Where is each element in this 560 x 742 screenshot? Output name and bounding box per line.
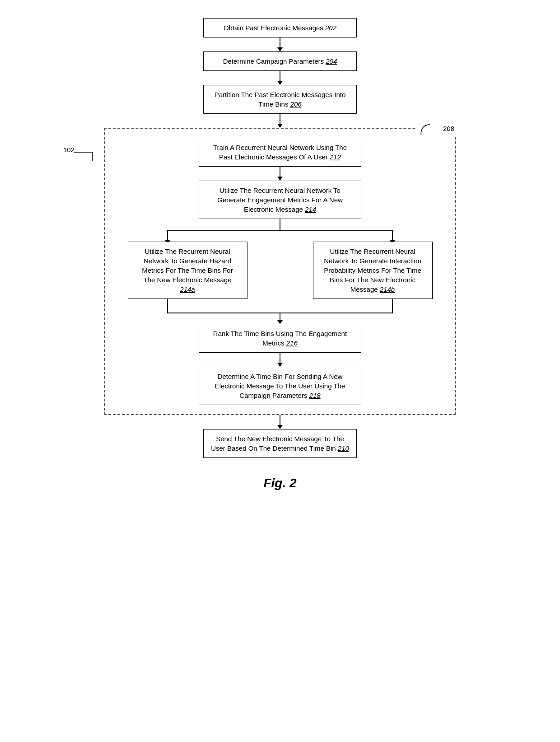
arrowhead: [277, 47, 283, 51]
node-214b: Utilize The Recurrent Neural Network To …: [313, 242, 433, 299]
vline: [280, 415, 280, 425]
node-210-text: Send The New Electronic Message To The U…: [211, 435, 349, 452]
node-202: Obtain Past Electronic Messages 202: [203, 18, 357, 37]
vline: [280, 353, 280, 363]
split-connector-area: [122, 219, 438, 242]
node-206-step: 206: [290, 100, 302, 108]
arrow-204-206: [277, 71, 283, 85]
node-206: Partition The Past Electronic Messages I…: [203, 85, 357, 114]
node-212-step: 212: [330, 153, 341, 161]
vline: [280, 71, 280, 81]
node-214b-step: 214b: [380, 285, 395, 293]
arrowhead: [277, 81, 283, 85]
branch-214b: Utilize The Recurrent Neural Network To …: [307, 242, 438, 299]
node-218-step: 218: [309, 392, 321, 399]
merge-connector-area: [122, 299, 438, 324]
node-202-step: 202: [325, 24, 336, 32]
node-214b-text: Utilize The Recurrent Neural Network To …: [324, 247, 421, 293]
node-212-text: Train A Recurrent Neural Network Using T…: [213, 144, 347, 161]
vline: [280, 167, 280, 177]
vline: [280, 114, 280, 124]
arrowhead: [277, 124, 283, 128]
node-212: Train A Recurrent Neural Network Using T…: [199, 138, 361, 167]
main-flow: Obtain Past Electronic Messages 202 Dete…: [0, 18, 560, 458]
node-214-text: Utilize The Recurrent Neural Network To …: [217, 187, 343, 213]
arrow-202-204: [277, 37, 283, 51]
arrow-216-218: [277, 353, 283, 367]
node-206-text: Partition The Past Electronic Messages I…: [215, 91, 346, 108]
node-218-text: Determine A Time Bin For Sending A New E…: [215, 373, 345, 399]
vmerge-right: [392, 299, 393, 313]
node-214-step: 214: [305, 205, 316, 213]
page: Obtain Past Electronic Messages 202 Dete…: [0, 0, 560, 742]
arrow-218-210: [277, 415, 283, 429]
branch-214a: Utilize The Recurrent Neural Network To …: [122, 242, 253, 299]
arrow-212-214: [277, 167, 283, 181]
split-row-214ab: Utilize The Recurrent Neural Network To …: [122, 242, 438, 299]
arrowhead: [277, 177, 283, 181]
node-202-text: Obtain Past Electronic Messages 202: [224, 24, 336, 32]
diagram-area: Obtain Past Electronic Messages 202 Dete…: [0, 0, 560, 504]
bracket-102-svg: [65, 149, 106, 162]
node-218: Determine A Time Bin For Sending A New E…: [199, 367, 361, 405]
arrowhead: [277, 425, 283, 429]
node-216-step: 216: [286, 339, 298, 347]
node-216-text: Rank The Time Bins Using The Engagement …: [213, 330, 347, 347]
node-214a: Utilize The Recurrent Neural Network To …: [128, 242, 247, 299]
node-216: Rank The Time Bins Using The Engagement …: [199, 324, 361, 353]
vmerge-left: [167, 299, 168, 313]
label-208-bracket-svg: [419, 122, 441, 136]
node-204-step: 204: [326, 57, 337, 65]
node-214: Utilize The Recurrent Neural Network To …: [199, 181, 361, 219]
node-204: Determine Campaign Parameters 204: [203, 51, 357, 71]
node-204-text: Determine Campaign Parameters 204: [223, 57, 337, 65]
dashed-region-208: 208 Train A Recurrent Neural Network Usi…: [104, 128, 456, 415]
node-210: Send The New Electronic Message To The U…: [203, 429, 357, 458]
node-214a-text: Utilize The Recurrent Neural Network To …: [142, 247, 233, 293]
label-208: 208: [417, 122, 456, 136]
node-214a-step: 214a: [180, 285, 195, 293]
vline: [280, 37, 280, 47]
arrowhead: [277, 363, 283, 367]
node-210-step: 210: [338, 444, 349, 452]
arrow-206-dashed: [277, 114, 283, 128]
vsplit-top: [280, 219, 280, 230]
hsplit: [167, 230, 393, 231]
fig-label: Fig. 2: [263, 476, 296, 490]
